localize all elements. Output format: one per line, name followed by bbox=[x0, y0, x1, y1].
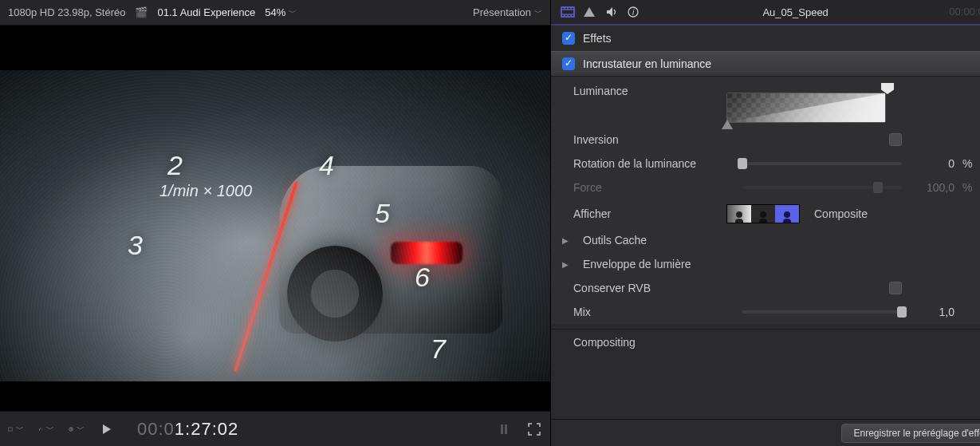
effect-enable-toggle[interactable] bbox=[562, 57, 575, 70]
retime-menu[interactable]: ﹀ bbox=[69, 423, 85, 436]
project-name[interactable]: 01.1 Audi Experience bbox=[157, 6, 255, 18]
rotation-slider[interactable] bbox=[742, 162, 902, 165]
svg-rect-0 bbox=[8, 428, 12, 431]
luminance-gradient-control[interactable] bbox=[726, 85, 902, 123]
inspector-tab-bar: i Au_05_Speed 00:00:04:00 bbox=[551, 0, 980, 26]
param-mix: Mix 1,0 ◇ bbox=[551, 300, 980, 324]
param-luminance: Luminance ◇ bbox=[551, 77, 980, 128]
chevron-down-icon: ﹀ bbox=[16, 424, 24, 435]
format-label: 1080p HD 23.98p, Stéréo bbox=[8, 6, 125, 18]
param-force: Force 100,0 % bbox=[551, 176, 980, 199]
viewer-timecode[interactable]: 00:01:27:02 bbox=[137, 419, 238, 440]
svg-rect-4 bbox=[501, 424, 503, 434]
clapperboard-icon: 🎬 bbox=[135, 6, 148, 18]
color-inspector-tab[interactable] bbox=[583, 6, 597, 18]
frame-size-menu[interactable]: ﹀ bbox=[8, 424, 24, 435]
inspector-body: Effets Incrustateur en luminance Luminan… bbox=[551, 26, 980, 419]
inspector-footer: Enregistrer le préréglage d'effets bbox=[551, 419, 980, 446]
chevron-down-icon: ﹀ bbox=[534, 7, 542, 18]
chevron-down-icon: ﹀ bbox=[77, 424, 85, 435]
info-inspector-tab[interactable]: i bbox=[628, 6, 642, 18]
view-mode-composite[interactable] bbox=[775, 205, 799, 223]
param-rotation: Rotation de la luminance 0 % ◇ bbox=[551, 152, 980, 176]
audio-meters-icon[interactable] bbox=[496, 423, 512, 436]
save-effects-preset-button[interactable]: Enregistrer le préréglage d'effets bbox=[841, 424, 980, 443]
effect-header-luma-keyer[interactable]: Incrustateur en luminance bbox=[551, 51, 980, 77]
audio-inspector-tab[interactable] bbox=[605, 6, 620, 18]
force-slider bbox=[742, 186, 902, 189]
svg-point-2 bbox=[42, 429, 43, 430]
param-conserver-rvb: Conserver RVB bbox=[551, 276, 980, 300]
chevron-down-icon: ﹀ bbox=[46, 424, 54, 435]
view-mode-buttons bbox=[726, 204, 800, 223]
effects-tool-menu[interactable]: ﹀ bbox=[38, 424, 54, 435]
view-mode-matte[interactable] bbox=[751, 205, 775, 223]
chevron-down-icon: ﹀ bbox=[289, 7, 297, 18]
param-inversion: Inversion bbox=[551, 128, 980, 152]
zoom-dropdown[interactable]: 54% ﹀ bbox=[265, 6, 297, 18]
zoom-value: 54% bbox=[265, 6, 285, 18]
view-mode-label: Composite bbox=[814, 207, 868, 220]
effects-section-header[interactable]: Effets bbox=[551, 26, 980, 51]
effects-toggle[interactable] bbox=[562, 32, 575, 45]
conserver-rvb-checkbox[interactable] bbox=[889, 282, 902, 294]
viewer-bottom-bar: ﹀ ﹀ ﹀ 00:01:27:02 bbox=[0, 411, 550, 446]
svg-rect-5 bbox=[505, 424, 507, 434]
svg-text:i: i bbox=[632, 8, 635, 17]
compositing-section[interactable]: Compositing bbox=[551, 329, 980, 355]
clip-duration: 00:00:04:00 bbox=[949, 6, 980, 18]
param-afficher: Afficher Composite bbox=[551, 199, 980, 228]
play-button[interactable] bbox=[99, 424, 115, 435]
param-enveloppe[interactable]: ▶ Enveloppe de lumière bbox=[551, 252, 980, 276]
fullscreen-icon[interactable] bbox=[526, 423, 542, 436]
view-mode-original[interactable] bbox=[727, 205, 751, 223]
clip-name: Au_05_Speed bbox=[650, 6, 941, 18]
param-outils-cache[interactable]: ▶ Outils Cache bbox=[551, 228, 980, 252]
view-menu[interactable]: Présentation ﹀ bbox=[473, 6, 542, 18]
inversion-checkbox[interactable] bbox=[889, 133, 902, 146]
disclosure-triangle-icon[interactable]: ▶ bbox=[562, 236, 569, 245]
svg-point-1 bbox=[41, 428, 42, 428]
disclosure-triangle-icon[interactable]: ▶ bbox=[562, 260, 569, 269]
viewer-top-bar: 1080p HD 23.98p, Stéréo 🎬 01.1 Audi Expe… bbox=[0, 0, 550, 26]
mix-slider[interactable] bbox=[742, 310, 902, 314]
video-inspector-tab[interactable] bbox=[561, 6, 575, 18]
viewer-canvas[interactable]: 1/min × 1000 2 3 4 5 6 7 8 9 bbox=[0, 26, 550, 411]
luminance-bottom-handle[interactable] bbox=[722, 120, 733, 131]
